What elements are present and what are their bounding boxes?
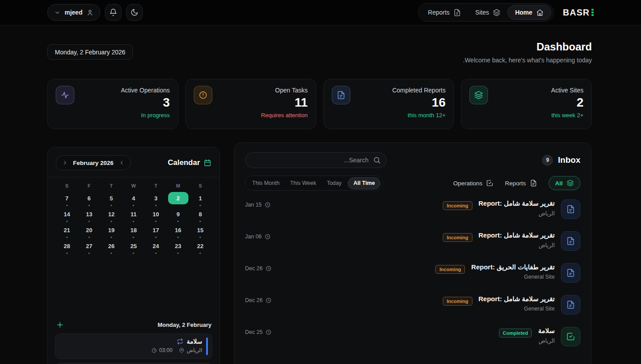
stat-card[interactable]: Active Sites2this week 2+ [461, 79, 592, 129]
main-nav: Reports Sites Home [418, 3, 554, 22]
nav-item-reports[interactable]: Reports [421, 5, 468, 20]
file-text-icon [453, 9, 461, 16]
calendar-title-wrap: Calendar [168, 158, 211, 167]
inbox-title: Inbox [558, 155, 580, 165]
calendar-day-21[interactable]: 21 [56, 224, 78, 240]
date-label: Dec 26 [245, 265, 263, 272]
calendar-day-14[interactable]: 14 [56, 208, 78, 224]
calendar-day-2[interactable]: 2 [167, 192, 189, 208]
inbox-row[interactable]: Jan 06IncomingReport: تقرير سلامة شاملال… [245, 231, 580, 263]
calendar-day-26[interactable]: 26 [100, 240, 123, 256]
event-dot [66, 253, 68, 254]
inbox-row-icon-box [561, 295, 580, 314]
nav-item-home[interactable]: Home [507, 5, 551, 20]
day-number: 16 [168, 224, 188, 236]
day-number: 14 [57, 208, 77, 220]
time-filter-all-time[interactable]: All Time [348, 177, 380, 189]
day-number: 2 [168, 192, 188, 204]
inbox-row-main: IncomingReport: تقرير سلامة شاملGeneral … [443, 295, 580, 314]
bell-icon [109, 8, 117, 16]
chevron-right-icon [62, 160, 68, 166]
time-filter-today[interactable]: Today [322, 180, 346, 186]
day-number: 24 [146, 240, 166, 252]
calendar-day-22[interactable]: 22 [189, 240, 211, 256]
weekday-label: S [189, 183, 211, 188]
stat-card[interactable]: Active Operations3In progress [47, 79, 178, 129]
stat-card[interactable]: Completed Reports16this month 12+ [323, 79, 454, 129]
time-filter-this-month[interactable]: This Month [248, 180, 284, 186]
weekday-header: SFTWTMS [56, 183, 211, 188]
calendar-day-10[interactable]: 10 [145, 208, 167, 224]
calendar-day-24[interactable]: 24 [145, 240, 167, 256]
calendar-day-20[interactable]: 20 [78, 224, 100, 240]
nav-item-label: Home [515, 9, 532, 16]
calendar-day-25[interactable]: 25 [123, 240, 145, 256]
event-card[interactable]: سلامة 03:00 الرياض [55, 333, 212, 359]
weekday-label: T [145, 183, 167, 188]
inbox-row[interactable]: Dec 26IncomingReport: تقرير سلامة شاملGe… [245, 295, 580, 327]
prev-month-button[interactable] [62, 160, 68, 166]
event-dot [177, 253, 179, 254]
calendar-day-5[interactable]: 5 [100, 192, 123, 208]
theme-toggle-button[interactable] [126, 4, 143, 21]
type-filter-reports[interactable]: Reports [505, 180, 537, 187]
calendar-grid: 7654321141312111098212019181716152827262… [56, 192, 211, 256]
clock-icon [151, 348, 157, 353]
type-filter-label: Reports [505, 180, 526, 187]
calendar-day-23[interactable]: 23 [167, 240, 189, 256]
type-filter-operations[interactable]: Operations [453, 180, 493, 187]
inbox-title-wrap: 9 Inbox [542, 155, 580, 166]
inbox-row[interactable]: Dec 25Completedسلامةالرياض [245, 327, 580, 359]
current-date-pill: Monday, 2 February 2026 [47, 44, 133, 60]
time-filter-this-week[interactable]: This Week [286, 180, 321, 186]
day-number: 5 [101, 192, 122, 204]
calendar-day-7[interactable]: 7 [56, 192, 78, 208]
calendar-day-3[interactable]: 3 [145, 192, 167, 208]
type-filter-all[interactable]: All [549, 176, 580, 190]
status-badge: Incoming [443, 201, 472, 210]
calendar-divider [48, 177, 219, 177]
event-dot [66, 205, 68, 206]
inbox-row-text: Report: تقرير سلامة شاملالرياض [479, 231, 555, 249]
stat-card[interactable]: Open Tasks11Requires attention [185, 79, 316, 129]
calendar-day-12[interactable]: 12 [100, 208, 123, 224]
event-dot [200, 237, 201, 238]
notifications-button[interactable] [105, 4, 122, 21]
calendar-day-8[interactable]: 8 [189, 208, 211, 224]
user-menu-button[interactable]: mjeed [47, 4, 100, 21]
user-name: mjeed [65, 9, 82, 16]
inbox-row[interactable]: Jan 15IncomingReport: تقرير سلامة شاملال… [245, 199, 580, 231]
page-subtitle: .Welcome back, here's what's happening t… [463, 57, 592, 64]
event-time: 03:00 [159, 347, 173, 353]
calendar-day-17[interactable]: 17 [145, 224, 167, 240]
calendar-day-13[interactable]: 13 [78, 208, 100, 224]
inbox-row[interactable]: Dec 26IncomingReport: تقرير طفايات الحري… [245, 263, 580, 295]
file-text-icon [566, 300, 575, 309]
calendar-day-27[interactable]: 27 [78, 240, 100, 256]
next-month-button[interactable] [119, 160, 125, 166]
calendar-day-4[interactable]: 4 [123, 192, 145, 208]
brand-logo[interactable]: BASR [563, 8, 594, 18]
nav-item-sites[interactable]: Sites [468, 5, 507, 20]
file-text-icon [530, 180, 537, 187]
calendar-day-11[interactable]: 11 [123, 208, 145, 224]
calendar-day-16[interactable]: 16 [167, 224, 189, 240]
calendar-day-6[interactable]: 6 [78, 192, 100, 208]
calendar-day-9[interactable]: 9 [167, 208, 189, 224]
event-dot [177, 221, 179, 222]
weekday-label: F [78, 183, 100, 188]
calendar-day-1[interactable]: 1 [189, 192, 211, 208]
calendar-day-15[interactable]: 15 [189, 224, 211, 240]
navbar-left: mjeed [47, 4, 143, 21]
page-header: Dashboard .Welcome back, here's what's h… [463, 41, 592, 64]
search-input[interactable] [246, 153, 386, 168]
event-dot [111, 205, 112, 206]
calendar-day-28[interactable]: 28 [56, 240, 78, 256]
event-title-row: سلامة [61, 338, 202, 345]
inbox-row-site: الرياض [538, 242, 555, 249]
add-event-button[interactable] [56, 321, 64, 329]
calendar-day-18[interactable]: 18 [123, 224, 145, 240]
calendar-day-19[interactable]: 19 [100, 224, 123, 240]
event-dot [88, 221, 90, 222]
status-badge: Incoming [443, 297, 472, 306]
